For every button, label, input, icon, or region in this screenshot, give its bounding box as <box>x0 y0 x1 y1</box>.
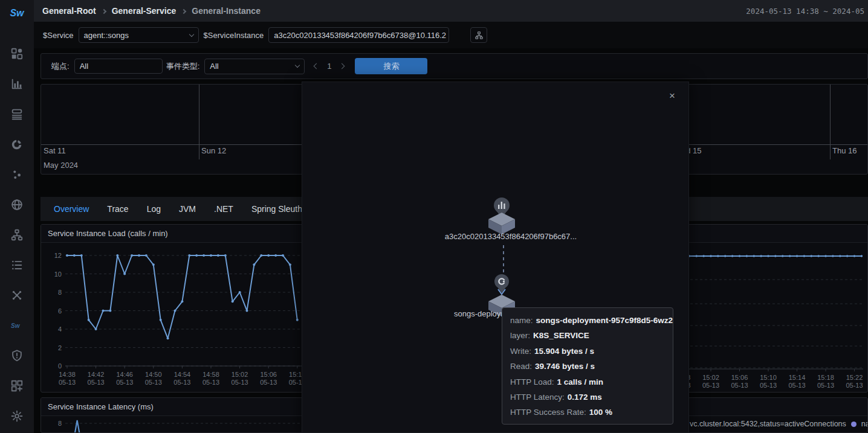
sidebar-doughnut-icon[interactable] <box>10 138 24 151</box>
timeline-day-label: Sun 12 <box>201 146 226 155</box>
next-page-icon[interactable] <box>339 63 345 69</box>
tooltip-row: name:songs-deployment-957c9f8d5-6wz26 <box>510 313 665 328</box>
svg-text:05-13: 05-13 <box>788 382 805 389</box>
sidebar-sw-dim-icon[interactable]: Sw <box>10 319 24 332</box>
sidebar-histogram-icon[interactable] <box>10 77 24 91</box>
header-bar: General-RootGeneral-ServiceGeneral-Insta… <box>34 0 868 22</box>
tooltip-value: 39.746 bytes / s <box>535 362 595 371</box>
sidebar-list-icon[interactable] <box>10 258 24 272</box>
sidebar-grid-plus-icon[interactable] <box>10 379 24 393</box>
breadcrumb-item[interactable]: General-Service <box>112 6 177 16</box>
node-tooltip: name:songs-deployment-957c9f8d5-6wz26lay… <box>502 307 673 425</box>
svg-text:14:58: 14:58 <box>202 371 219 378</box>
tooltip-row: layer:K8S_SERVICE <box>510 328 665 343</box>
svg-text:05-13: 05-13 <box>260 379 277 386</box>
legend-dot-icon <box>851 422 857 427</box>
prev-page-icon[interactable] <box>314 63 320 69</box>
timeline-month-label: May 2024 <box>44 161 78 170</box>
tooltip-label: name: <box>510 316 533 325</box>
sidebar-shield-icon[interactable] <box>10 349 24 362</box>
svg-text:8: 8 <box>58 420 62 427</box>
tooltip-value: 15.904 bytes / s <box>534 347 594 356</box>
legend-next-text: na <box>861 420 868 428</box>
timeline-day-label: Thu 16 <box>832 146 857 155</box>
svg-text:6: 6 <box>58 307 62 315</box>
svg-text:15:18: 15:18 <box>817 374 834 381</box>
svg-text:15:14: 15:14 <box>789 374 806 381</box>
tooltip-value: 100 % <box>589 408 612 417</box>
event-type-value: All <box>210 62 218 71</box>
tooltip-row: HTTP Latency:0.172 ms <box>510 390 665 405</box>
service-instance-label: $ServiceInstance <box>204 31 264 40</box>
service-node-label: songs-deploym <box>454 309 507 318</box>
breadcrumb-item[interactable]: General-Root <box>42 6 96 16</box>
tab--net[interactable]: .NET <box>214 204 233 214</box>
tooltip-row: HTTP Success Rate:100 % <box>510 405 665 420</box>
skywalking-logo[interactable]: Sw <box>10 1 24 25</box>
tooltip-label: Write: <box>510 347 531 356</box>
service-select-value: agent::songs <box>84 31 129 40</box>
svg-text:4: 4 <box>58 326 62 333</box>
service-select[interactable]: agent::songs <box>79 27 199 43</box>
svg-text:05-13: 05-13 <box>232 379 248 386</box>
sidebar-database-icon[interactable] <box>10 107 24 121</box>
service-instance-select[interactable]: a3c20c020133453f864206f97b6c6738@10.116.… <box>268 27 449 43</box>
svg-text:15:02: 15:02 <box>702 374 719 381</box>
tooltip-label: Read: <box>510 362 532 371</box>
sidebar-hub-icon[interactable] <box>10 289 24 302</box>
timeline-gridline <box>830 85 831 159</box>
event-type-label: 事件类型: <box>166 61 200 72</box>
event-search-toolbar: 端点: 事件类型: All 1 搜索 <box>40 53 868 79</box>
svg-text:05-13: 05-13 <box>760 382 777 389</box>
breadcrumb-item[interactable]: General-Instance <box>192 6 261 16</box>
svg-text:12: 12 <box>54 252 62 259</box>
sidebar-globe-icon[interactable] <box>10 198 24 211</box>
svg-text:05-13: 05-13 <box>173 379 190 386</box>
svg-text:2: 2 <box>58 344 62 351</box>
pod-node[interactable] <box>488 213 515 234</box>
search-button[interactable]: 搜索 <box>355 58 427 74</box>
sidebar-scatter-icon[interactable] <box>10 168 24 181</box>
tab-jvm[interactable]: JVM <box>179 204 196 214</box>
svg-text:14:54: 14:54 <box>174 371 191 378</box>
service-instance-select-value: a3c20c020133453f864206f97b6c6738@10.116.… <box>274 31 446 40</box>
timeline-day-label: Sat 11 <box>44 146 66 155</box>
breadcrumb-separator-icon <box>181 8 186 13</box>
sidebar-dashboard-icon[interactable] <box>10 47 24 60</box>
endpoint-label: 端点: <box>51 61 70 72</box>
svg-text:8: 8 <box>58 289 62 296</box>
tooltip-label: layer: <box>510 331 530 340</box>
svg-text:15:06: 15:06 <box>260 371 277 378</box>
svg-text:15:06: 15:06 <box>731 374 748 381</box>
svg-text:0: 0 <box>58 362 62 370</box>
svg-text:05-13: 05-13 <box>846 382 863 389</box>
svg-text:05-13: 05-13 <box>88 379 105 386</box>
svg-text:14:38: 14:38 <box>59 371 76 378</box>
chevron-down-icon <box>189 31 193 36</box>
endpoint-input[interactable] <box>74 59 163 74</box>
tooltip-value: 1 calls / min <box>557 377 604 386</box>
service-pin-icon <box>494 274 509 293</box>
breadcrumb-separator-icon <box>101 8 106 13</box>
sidebar: Sw Sw <box>0 0 34 433</box>
svg-text:10: 10 <box>54 271 62 278</box>
svg-text:05-13: 05-13 <box>731 382 748 389</box>
instance-topology-button[interactable] <box>470 27 487 43</box>
tab-log[interactable]: Log <box>147 204 161 214</box>
svg-text:05-13: 05-13 <box>817 382 834 389</box>
tooltip-row: HTTP Load:1 calls / min <box>510 374 665 390</box>
sidebar-gear-icon[interactable] <box>10 409 24 423</box>
time-range-picker[interactable]: 2024-05-13 14:38 ~ 2024-05 <box>746 7 864 16</box>
tab-trace[interactable]: Trace <box>107 204 128 214</box>
svg-text:14:50: 14:50 <box>145 371 162 378</box>
pod-node-label: a3c20c020133453f864206f97b6c67... <box>302 232 719 241</box>
sitemap-icon <box>474 31 484 40</box>
breadcrumb: General-RootGeneral-ServiceGeneral-Insta… <box>42 6 261 16</box>
tab-overview[interactable]: Overview <box>54 204 89 214</box>
sidebar-topology-icon[interactable] <box>10 228 24 242</box>
svg-text:Sw: Sw <box>11 322 21 329</box>
tooltip-label: HTTP Latency: <box>510 393 565 402</box>
event-type-select[interactable]: All <box>204 59 305 74</box>
tab-spring-sleuth[interactable]: Spring Sleuth <box>251 204 302 214</box>
svg-text:15:02: 15:02 <box>232 371 248 378</box>
